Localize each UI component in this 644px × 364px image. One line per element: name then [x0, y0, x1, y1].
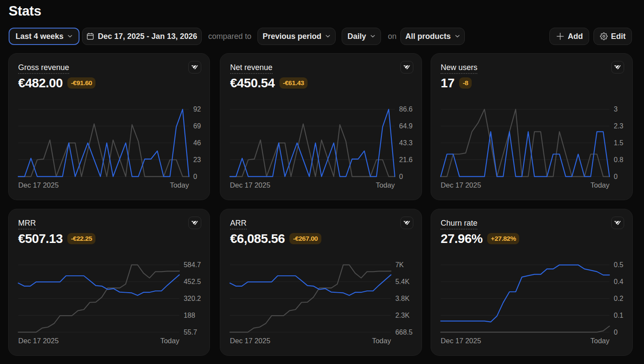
svg-text:2.3K: 2.3K: [396, 312, 410, 319]
svg-text:Dec 17 2025: Dec 17 2025: [18, 181, 59, 189]
svg-text:0.5: 0.5: [614, 262, 623, 269]
svg-text:0.4: 0.4: [614, 278, 623, 286]
svg-text:Dec 17 2025: Dec 17 2025: [230, 337, 271, 345]
svg-text:64.9: 64.9: [399, 123, 412, 130]
svg-text:0: 0: [399, 173, 403, 180]
svg-text:Dec 17 2025: Dec 17 2025: [441, 337, 481, 345]
svg-text:55.7: 55.7: [184, 329, 197, 336]
svg-text:Dec 17 2025: Dec 17 2025: [18, 337, 59, 345]
svg-text:5.4K: 5.4K: [396, 278, 410, 286]
svg-text:0: 0: [193, 173, 197, 180]
svg-text:Today: Today: [590, 337, 610, 345]
svg-text:0: 0: [614, 329, 618, 336]
svg-text:0: 0: [614, 173, 618, 180]
svg-text:23: 23: [193, 156, 201, 163]
svg-text:0.1: 0.1: [614, 312, 623, 319]
svg-text:668.5: 668.5: [396, 329, 413, 336]
svg-text:188: 188: [184, 312, 195, 319]
svg-text:0.2: 0.2: [614, 295, 623, 302]
svg-text:584.7: 584.7: [184, 262, 201, 269]
svg-text:43.3: 43.3: [399, 139, 412, 147]
svg-text:69: 69: [193, 123, 201, 130]
svg-text:Today: Today: [372, 337, 392, 345]
svg-text:Dec 17 2025: Dec 17 2025: [230, 181, 271, 189]
svg-text:Today: Today: [170, 181, 189, 189]
svg-text:3.8K: 3.8K: [396, 295, 410, 302]
svg-text:Today: Today: [160, 337, 180, 345]
svg-text:2.3: 2.3: [614, 123, 623, 130]
svg-text:46: 46: [193, 139, 201, 147]
svg-text:21.6: 21.6: [399, 156, 412, 163]
svg-text:Dec 17 2025: Dec 17 2025: [441, 181, 481, 189]
svg-text:92: 92: [193, 106, 201, 113]
svg-text:7K: 7K: [396, 262, 404, 269]
svg-text:86.6: 86.6: [399, 106, 412, 113]
svg-text:1.5: 1.5: [614, 139, 623, 147]
svg-text:0.8: 0.8: [614, 156, 623, 163]
svg-text:Today: Today: [376, 181, 395, 189]
svg-text:452.5: 452.5: [184, 278, 201, 286]
svg-text:3: 3: [614, 106, 618, 113]
svg-text:320.2: 320.2: [184, 295, 201, 302]
svg-text:Today: Today: [590, 181, 610, 189]
